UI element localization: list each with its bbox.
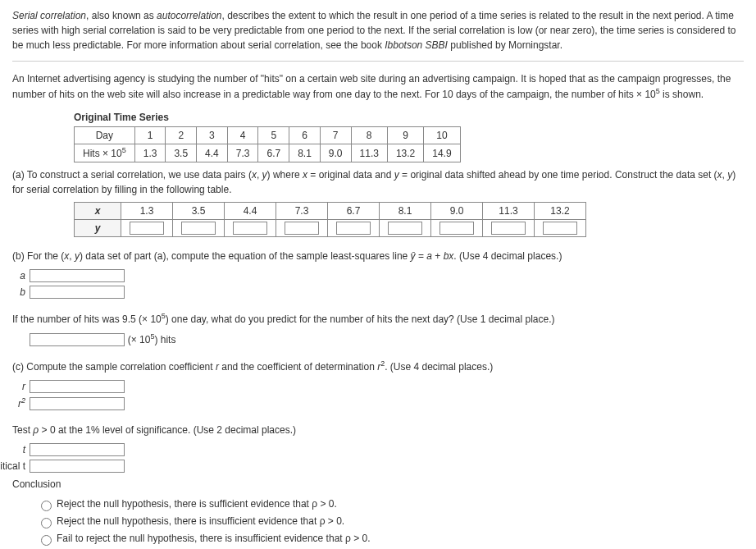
label-critical-t: critical t [0, 459, 25, 474]
conclusion-radio-3[interactable] [41, 535, 52, 546]
input-r[interactable] [30, 380, 125, 393]
serial-correlation-table: x 1.3 3.5 4.4 7.3 6.7 8.1 9.0 11.3 13.2 … [74, 202, 586, 237]
question-a: (a) To construct a serial correlation, w… [12, 167, 744, 197]
table-row-hits: Hits × 105 1.3 3.5 4.4 7.3 6.7 8.1 9.0 1… [75, 144, 461, 162]
y-input-7[interactable] [439, 222, 474, 235]
y-input-8[interactable] [491, 222, 526, 235]
y-input-6[interactable] [388, 222, 422, 235]
test-question: Test ρ > 0 at the 1% level of significan… [12, 423, 744, 437]
intro-paragraph-1: Serial correlation, also known as autoco… [12, 8, 744, 53]
term-serial-correlation: Serial correlation [12, 10, 86, 21]
original-series-table: Day 1 2 3 4 5 6 7 8 9 10 Hits × 105 1.3 … [74, 126, 461, 162]
input-t[interactable] [30, 443, 125, 456]
question-b: (b) For the (x, y) data set of part (a),… [12, 249, 744, 263]
divider [12, 61, 744, 62]
input-a[interactable] [30, 269, 125, 282]
table-row-day: Day 1 2 3 4 5 6 7 8 9 10 [75, 127, 461, 144]
y-input-4[interactable] [285, 222, 319, 235]
label-r: r [0, 379, 25, 394]
label-r2: r2 [0, 396, 25, 411]
row-header-y: y [75, 220, 121, 237]
y-input-9[interactable] [543, 222, 577, 235]
table-row-y: y [75, 220, 586, 237]
conclusion-label: Conclusion [12, 477, 744, 492]
row-header-x: x [75, 203, 121, 220]
y-input-2[interactable] [181, 222, 216, 235]
input-critical-t[interactable] [30, 460, 125, 473]
conclusion-text-1: Reject the null hypothesis, there is suf… [57, 498, 337, 510]
y-input-1[interactable] [130, 222, 164, 235]
row-header-day: Day [75, 127, 135, 144]
conclusion-radio-1[interactable] [41, 501, 52, 511]
intro-paragraph-2: An Internet advertising agency is studyi… [12, 71, 744, 102]
conclusion-text-2: Reject the null hypothesis, there is ins… [57, 515, 344, 527]
input-b[interactable] [30, 286, 125, 299]
label-t: t [0, 442, 25, 457]
original-series-title: Original Time Series [74, 110, 744, 125]
y-input-3[interactable] [233, 222, 267, 235]
predict-question: If the number of hits was 9.5 (× 105) on… [12, 311, 744, 327]
table-row-x: x 1.3 3.5 4.4 7.3 6.7 8.1 9.0 11.3 13.2 [75, 203, 586, 220]
label-a: a [0, 268, 25, 283]
input-predict[interactable] [30, 333, 125, 346]
conclusion-radio-2[interactable] [41, 518, 52, 528]
conclusion-options: Reject the null hypothesis, there is suf… [37, 496, 744, 549]
input-r2[interactable] [30, 397, 125, 410]
term-autocorrelation: autocorrelation [157, 10, 221, 21]
book-title: Ibbotson SBBI [385, 39, 448, 51]
predict-units: (× 105) hits [128, 334, 176, 345]
label-b: b [0, 285, 25, 300]
row-header-hits: Hits × 105 [75, 144, 135, 162]
question-c: (c) Compute the sample correlation coeff… [12, 359, 744, 374]
y-input-5[interactable] [336, 222, 371, 235]
conclusion-text-3: Fail to reject the null hypothesis, ther… [57, 533, 370, 544]
